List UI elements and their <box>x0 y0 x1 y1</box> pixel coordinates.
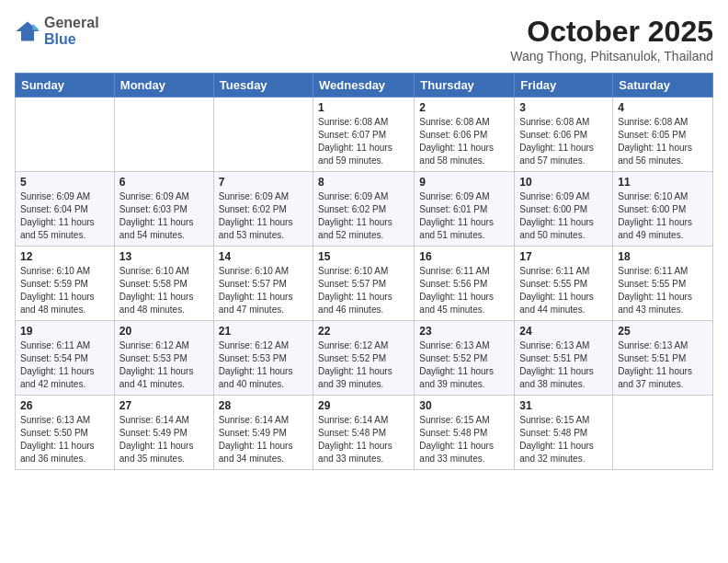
calendar-week-row: 26Sunrise: 6:13 AM Sunset: 5:50 PM Dayli… <box>16 396 713 470</box>
day-number: 7 <box>219 176 308 189</box>
location-title: Wang Thong, Phitsanulok, Thailand <box>510 49 713 63</box>
calendar-cell: 22Sunrise: 6:12 AM Sunset: 5:52 PM Dayli… <box>313 321 415 396</box>
calendar-cell: 31Sunrise: 6:15 AM Sunset: 5:48 PM Dayli… <box>515 396 613 470</box>
calendar-cell: 5Sunrise: 6:09 AM Sunset: 6:04 PM Daylig… <box>16 172 115 247</box>
calendar-cell: 16Sunrise: 6:11 AM Sunset: 5:56 PM Dayli… <box>415 247 515 321</box>
cell-info: Sunrise: 6:12 AM Sunset: 5:53 PM Dayligh… <box>219 339 308 391</box>
logo-text: General Blue <box>44 15 99 48</box>
weekday-header: Thursday <box>415 74 515 98</box>
calendar-cell: 1Sunrise: 6:08 AM Sunset: 6:07 PM Daylig… <box>313 98 415 172</box>
day-number: 22 <box>318 325 409 338</box>
calendar-cell: 17Sunrise: 6:11 AM Sunset: 5:55 PM Dayli… <box>515 247 613 321</box>
day-number: 13 <box>119 250 209 263</box>
calendar-cell: 7Sunrise: 6:09 AM Sunset: 6:02 PM Daylig… <box>213 172 313 247</box>
calendar-cell: 11Sunrise: 6:10 AM Sunset: 6:00 PM Dayli… <box>613 172 713 247</box>
calendar-cell: 26Sunrise: 6:13 AM Sunset: 5:50 PM Dayli… <box>16 396 115 470</box>
logo-general: General <box>44 15 99 31</box>
calendar-cell <box>213 98 313 172</box>
calendar-cell <box>613 396 713 470</box>
day-number: 10 <box>519 176 608 189</box>
day-number: 4 <box>618 101 708 114</box>
day-number: 28 <box>219 399 308 412</box>
calendar-cell: 18Sunrise: 6:11 AM Sunset: 5:55 PM Dayli… <box>613 247 713 321</box>
logo: General Blue <box>15 15 99 48</box>
day-number: 19 <box>20 325 109 338</box>
cell-info: Sunrise: 6:14 AM Sunset: 5:49 PM Dayligh… <box>219 414 308 465</box>
day-number: 18 <box>618 250 708 263</box>
cell-info: Sunrise: 6:13 AM Sunset: 5:50 PM Dayligh… <box>20 414 109 465</box>
weekday-header: Wednesday <box>313 74 415 98</box>
calendar-cell: 23Sunrise: 6:13 AM Sunset: 5:52 PM Dayli… <box>415 321 515 396</box>
calendar-cell <box>114 98 213 172</box>
calendar-cell: 20Sunrise: 6:12 AM Sunset: 5:53 PM Dayli… <box>114 321 213 396</box>
weekday-header: Saturday <box>613 74 713 98</box>
cell-info: Sunrise: 6:11 AM Sunset: 5:55 PM Dayligh… <box>618 265 708 316</box>
calendar-week-row: 5Sunrise: 6:09 AM Sunset: 6:04 PM Daylig… <box>16 172 713 247</box>
day-number: 5 <box>20 176 109 189</box>
day-number: 29 <box>318 399 409 412</box>
calendar-cell: 3Sunrise: 6:08 AM Sunset: 6:06 PM Daylig… <box>515 98 613 172</box>
page-header: General Blue October 2025 Wang Thong, Ph… <box>15 15 713 63</box>
day-number: 9 <box>419 176 509 189</box>
day-number: 8 <box>318 176 409 189</box>
logo-blue: Blue <box>44 31 99 48</box>
calendar-cell: 4Sunrise: 6:08 AM Sunset: 6:05 PM Daylig… <box>613 98 713 172</box>
day-number: 21 <box>219 325 308 338</box>
cell-info: Sunrise: 6:09 AM Sunset: 6:02 PM Dayligh… <box>318 190 409 242</box>
calendar-cell: 10Sunrise: 6:09 AM Sunset: 6:00 PM Dayli… <box>515 172 613 247</box>
day-number: 1 <box>318 101 409 114</box>
day-number: 14 <box>219 250 308 263</box>
calendar-header-row: SundayMondayTuesdayWednesdayThursdayFrid… <box>16 74 713 98</box>
calendar-cell: 6Sunrise: 6:09 AM Sunset: 6:03 PM Daylig… <box>114 172 213 247</box>
cell-info: Sunrise: 6:15 AM Sunset: 5:48 PM Dayligh… <box>519 414 608 465</box>
cell-info: Sunrise: 6:09 AM Sunset: 6:03 PM Dayligh… <box>119 190 209 242</box>
weekday-header: Friday <box>515 74 613 98</box>
day-number: 17 <box>519 250 608 263</box>
calendar-week-row: 12Sunrise: 6:10 AM Sunset: 5:59 PM Dayli… <box>16 247 713 321</box>
calendar-week-row: 1Sunrise: 6:08 AM Sunset: 6:07 PM Daylig… <box>16 98 713 172</box>
calendar-cell: 29Sunrise: 6:14 AM Sunset: 5:48 PM Dayli… <box>313 396 415 470</box>
day-number: 31 <box>519 399 608 412</box>
calendar-cell: 15Sunrise: 6:10 AM Sunset: 5:57 PM Dayli… <box>313 247 415 321</box>
day-number: 24 <box>519 325 608 338</box>
day-number: 15 <box>318 250 409 263</box>
calendar-cell: 19Sunrise: 6:11 AM Sunset: 5:54 PM Dayli… <box>16 321 115 396</box>
cell-info: Sunrise: 6:08 AM Sunset: 6:05 PM Dayligh… <box>618 116 708 167</box>
calendar-week-row: 19Sunrise: 6:11 AM Sunset: 5:54 PM Dayli… <box>16 321 713 396</box>
month-title: October 2025 <box>510 15 713 49</box>
cell-info: Sunrise: 6:10 AM Sunset: 5:58 PM Dayligh… <box>119 265 209 316</box>
calendar-cell: 27Sunrise: 6:14 AM Sunset: 5:49 PM Dayli… <box>114 396 213 470</box>
day-number: 6 <box>119 176 209 189</box>
day-number: 2 <box>419 101 509 114</box>
weekday-header: Monday <box>114 74 213 98</box>
day-number: 16 <box>419 250 509 263</box>
cell-info: Sunrise: 6:14 AM Sunset: 5:49 PM Dayligh… <box>119 414 209 465</box>
day-number: 25 <box>618 325 708 338</box>
day-number: 27 <box>119 399 209 412</box>
cell-info: Sunrise: 6:08 AM Sunset: 6:06 PM Dayligh… <box>519 116 608 167</box>
cell-info: Sunrise: 6:12 AM Sunset: 5:53 PM Dayligh… <box>119 339 209 391</box>
calendar-cell <box>16 98 115 172</box>
cell-info: Sunrise: 6:10 AM Sunset: 6:00 PM Dayligh… <box>618 190 708 242</box>
cell-info: Sunrise: 6:11 AM Sunset: 5:55 PM Dayligh… <box>519 265 608 316</box>
day-number: 26 <box>20 399 109 412</box>
calendar-cell: 9Sunrise: 6:09 AM Sunset: 6:01 PM Daylig… <box>415 172 515 247</box>
cell-info: Sunrise: 6:15 AM Sunset: 5:48 PM Dayligh… <box>419 414 509 465</box>
calendar-cell: 21Sunrise: 6:12 AM Sunset: 5:53 PM Dayli… <box>213 321 313 396</box>
cell-info: Sunrise: 6:09 AM Sunset: 6:04 PM Dayligh… <box>20 190 109 242</box>
cell-info: Sunrise: 6:11 AM Sunset: 5:54 PM Dayligh… <box>20 339 109 391</box>
calendar-cell: 2Sunrise: 6:08 AM Sunset: 6:06 PM Daylig… <box>415 98 515 172</box>
cell-info: Sunrise: 6:13 AM Sunset: 5:51 PM Dayligh… <box>519 339 608 391</box>
calendar-cell: 25Sunrise: 6:13 AM Sunset: 5:51 PM Dayli… <box>613 321 713 396</box>
day-number: 3 <box>519 101 608 114</box>
cell-info: Sunrise: 6:08 AM Sunset: 6:06 PM Dayligh… <box>419 116 509 167</box>
weekday-header: Tuesday <box>213 74 313 98</box>
day-number: 23 <box>419 325 509 338</box>
day-number: 30 <box>419 399 509 412</box>
cell-info: Sunrise: 6:13 AM Sunset: 5:51 PM Dayligh… <box>618 339 708 391</box>
calendar-cell: 13Sunrise: 6:10 AM Sunset: 5:58 PM Dayli… <box>114 247 213 321</box>
cell-info: Sunrise: 6:12 AM Sunset: 5:52 PM Dayligh… <box>318 339 409 391</box>
calendar-cell: 24Sunrise: 6:13 AM Sunset: 5:51 PM Dayli… <box>515 321 613 396</box>
cell-info: Sunrise: 6:08 AM Sunset: 6:07 PM Dayligh… <box>318 116 409 167</box>
calendar-cell: 8Sunrise: 6:09 AM Sunset: 6:02 PM Daylig… <box>313 172 415 247</box>
